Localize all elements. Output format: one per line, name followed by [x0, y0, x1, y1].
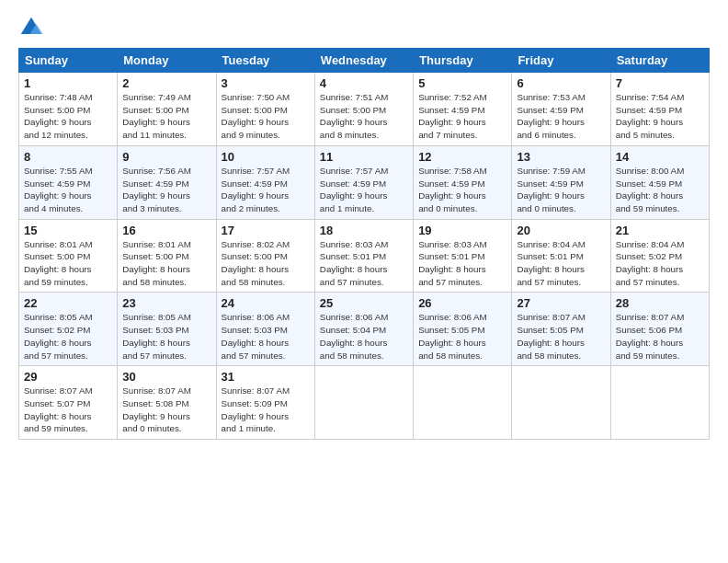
day-number: 18 — [320, 224, 408, 237]
calendar-table: SundayMondayTuesdayWednesdayThursdayFrid… — [18, 48, 710, 440]
day-number: 21 — [616, 224, 704, 237]
calendar-header-friday: Friday — [512, 49, 610, 73]
calendar-cell: 19Sunrise: 8:03 AM Sunset: 5:01 PM Dayli… — [414, 219, 512, 293]
day-number: 13 — [517, 150, 605, 164]
day-number: 6 — [517, 76, 605, 90]
day-number: 4 — [320, 76, 408, 90]
day-number: 16 — [122, 224, 210, 237]
day-info: Sunrise: 7:50 AM Sunset: 5:00 PM Dayligh… — [222, 91, 310, 142]
day-number: 17 — [222, 224, 310, 237]
calendar-header-saturday: Saturday — [610, 49, 709, 73]
day-number: 7 — [616, 76, 704, 90]
calendar-header-sunday: Sunday — [19, 49, 118, 73]
calendar-cell: 18Sunrise: 8:03 AM Sunset: 5:01 PM Dayli… — [314, 219, 413, 293]
calendar-header-wednesday: Wednesday — [314, 49, 413, 73]
day-number: 25 — [320, 296, 408, 310]
calendar-cell: 6Sunrise: 7:53 AM Sunset: 4:59 PM Daylig… — [512, 73, 610, 146]
calendar-week-5: 29Sunrise: 8:07 AM Sunset: 5:07 PM Dayli… — [19, 366, 710, 440]
calendar-cell: 15Sunrise: 8:01 AM Sunset: 5:00 PM Dayli… — [19, 219, 118, 293]
day-info: Sunrise: 8:04 AM Sunset: 5:01 PM Dayligh… — [517, 238, 605, 289]
calendar-cell: 10Sunrise: 7:57 AM Sunset: 4:59 PM Dayli… — [216, 145, 314, 219]
day-info: Sunrise: 8:00 AM Sunset: 4:59 PM Dayligh… — [616, 165, 704, 215]
calendar-cell: 26Sunrise: 8:06 AM Sunset: 5:05 PM Dayli… — [414, 293, 512, 366]
day-info: Sunrise: 8:07 AM Sunset: 5:05 PM Dayligh… — [517, 311, 605, 362]
calendar-cell: 21Sunrise: 8:04 AM Sunset: 5:02 PM Dayli… — [610, 219, 709, 293]
calendar-cell — [314, 366, 413, 440]
day-info: Sunrise: 7:51 AM Sunset: 5:00 PM Dayligh… — [320, 91, 408, 142]
calendar-cell: 12Sunrise: 7:58 AM Sunset: 4:59 PM Dayli… — [414, 145, 512, 219]
day-info: Sunrise: 7:48 AM Sunset: 5:00 PM Dayligh… — [24, 91, 112, 142]
calendar-cell: 3Sunrise: 7:50 AM Sunset: 5:00 PM Daylig… — [216, 73, 314, 146]
day-info: Sunrise: 7:49 AM Sunset: 5:00 PM Dayligh… — [122, 91, 210, 142]
logo-icon — [18, 15, 44, 40]
day-number: 30 — [122, 370, 210, 384]
day-info: Sunrise: 8:01 AM Sunset: 5:00 PM Dayligh… — [24, 238, 112, 289]
day-number: 19 — [418, 224, 506, 237]
day-number: 20 — [517, 224, 605, 237]
day-number: 12 — [418, 150, 506, 164]
calendar-week-4: 22Sunrise: 8:05 AM Sunset: 5:02 PM Dayli… — [19, 293, 710, 366]
day-info: Sunrise: 8:07 AM Sunset: 5:06 PM Dayligh… — [616, 311, 704, 362]
day-number: 15 — [24, 224, 112, 237]
calendar-header-row: SundayMondayTuesdayWednesdayThursdayFrid… — [19, 49, 710, 73]
day-number: 29 — [24, 370, 112, 384]
day-number: 3 — [222, 76, 310, 90]
calendar-cell: 14Sunrise: 8:00 AM Sunset: 4:59 PM Dayli… — [610, 145, 709, 219]
day-number: 26 — [418, 296, 506, 310]
calendar-header-tuesday: Tuesday — [216, 49, 314, 73]
calendar-cell — [414, 366, 512, 440]
day-info: Sunrise: 8:07 AM Sunset: 5:08 PM Dayligh… — [122, 385, 210, 435]
calendar-cell: 11Sunrise: 7:57 AM Sunset: 4:59 PM Dayli… — [314, 145, 413, 219]
day-number: 2 — [122, 76, 210, 90]
calendar-cell: 23Sunrise: 8:05 AM Sunset: 5:03 PM Dayli… — [118, 293, 216, 366]
calendar-week-1: 1Sunrise: 7:48 AM Sunset: 5:00 PM Daylig… — [19, 73, 710, 146]
day-info: Sunrise: 7:57 AM Sunset: 4:59 PM Dayligh… — [320, 165, 408, 215]
header — [18, 15, 710, 40]
day-info: Sunrise: 7:56 AM Sunset: 4:59 PM Dayligh… — [122, 165, 210, 215]
calendar-header-thursday: Thursday — [414, 49, 512, 73]
day-info: Sunrise: 8:03 AM Sunset: 5:01 PM Dayligh… — [320, 238, 408, 289]
day-info: Sunrise: 7:52 AM Sunset: 4:59 PM Dayligh… — [418, 91, 506, 142]
calendar-cell — [512, 366, 610, 440]
calendar-cell: 30Sunrise: 8:07 AM Sunset: 5:08 PM Dayli… — [118, 366, 216, 440]
day-number: 23 — [122, 296, 210, 310]
day-info: Sunrise: 8:06 AM Sunset: 5:03 PM Dayligh… — [222, 311, 310, 362]
day-info: Sunrise: 7:53 AM Sunset: 4:59 PM Dayligh… — [517, 91, 605, 142]
page-container: SundayMondayTuesdayWednesdayThursdayFrid… — [0, 0, 728, 449]
day-info: Sunrise: 8:06 AM Sunset: 5:05 PM Dayligh… — [418, 311, 506, 362]
day-number: 14 — [616, 150, 704, 164]
day-number: 10 — [222, 150, 310, 164]
day-info: Sunrise: 8:04 AM Sunset: 5:02 PM Dayligh… — [616, 238, 704, 289]
calendar-cell: 13Sunrise: 7:59 AM Sunset: 4:59 PM Dayli… — [512, 145, 610, 219]
day-info: Sunrise: 8:07 AM Sunset: 5:09 PM Dayligh… — [222, 385, 310, 435]
day-number: 31 — [222, 370, 310, 384]
day-number: 9 — [122, 150, 210, 164]
calendar-cell: 8Sunrise: 7:55 AM Sunset: 4:59 PM Daylig… — [19, 145, 118, 219]
calendar-cell: 22Sunrise: 8:05 AM Sunset: 5:02 PM Dayli… — [19, 293, 118, 366]
day-info: Sunrise: 8:01 AM Sunset: 5:00 PM Dayligh… — [122, 238, 210, 289]
day-number: 8 — [24, 150, 112, 164]
calendar-cell: 9Sunrise: 7:56 AM Sunset: 4:59 PM Daylig… — [118, 145, 216, 219]
day-number: 5 — [418, 76, 506, 90]
day-number: 22 — [24, 296, 112, 310]
day-info: Sunrise: 7:55 AM Sunset: 4:59 PM Dayligh… — [24, 165, 112, 215]
calendar-cell: 16Sunrise: 8:01 AM Sunset: 5:00 PM Dayli… — [118, 219, 216, 293]
day-number: 28 — [616, 296, 704, 310]
day-info: Sunrise: 7:57 AM Sunset: 4:59 PM Dayligh… — [222, 165, 310, 215]
day-number: 1 — [24, 76, 112, 90]
calendar-cell: 17Sunrise: 8:02 AM Sunset: 5:00 PM Dayli… — [216, 219, 314, 293]
calendar-cell: 2Sunrise: 7:49 AM Sunset: 5:00 PM Daylig… — [118, 73, 216, 146]
calendar-cell: 20Sunrise: 8:04 AM Sunset: 5:01 PM Dayli… — [512, 219, 610, 293]
day-info: Sunrise: 8:05 AM Sunset: 5:02 PM Dayligh… — [24, 311, 112, 362]
calendar-cell: 27Sunrise: 8:07 AM Sunset: 5:05 PM Dayli… — [512, 293, 610, 366]
day-number: 24 — [222, 296, 310, 310]
day-info: Sunrise: 7:54 AM Sunset: 4:59 PM Dayligh… — [616, 91, 704, 142]
logo — [18, 15, 48, 40]
calendar-cell: 24Sunrise: 8:06 AM Sunset: 5:03 PM Dayli… — [216, 293, 314, 366]
day-info: Sunrise: 7:58 AM Sunset: 4:59 PM Dayligh… — [418, 165, 506, 215]
day-info: Sunrise: 7:59 AM Sunset: 4:59 PM Dayligh… — [517, 165, 605, 215]
calendar-cell: 31Sunrise: 8:07 AM Sunset: 5:09 PM Dayli… — [216, 366, 314, 440]
calendar-cell — [610, 366, 709, 440]
calendar-cell: 4Sunrise: 7:51 AM Sunset: 5:00 PM Daylig… — [314, 73, 413, 146]
day-number: 27 — [517, 296, 605, 310]
